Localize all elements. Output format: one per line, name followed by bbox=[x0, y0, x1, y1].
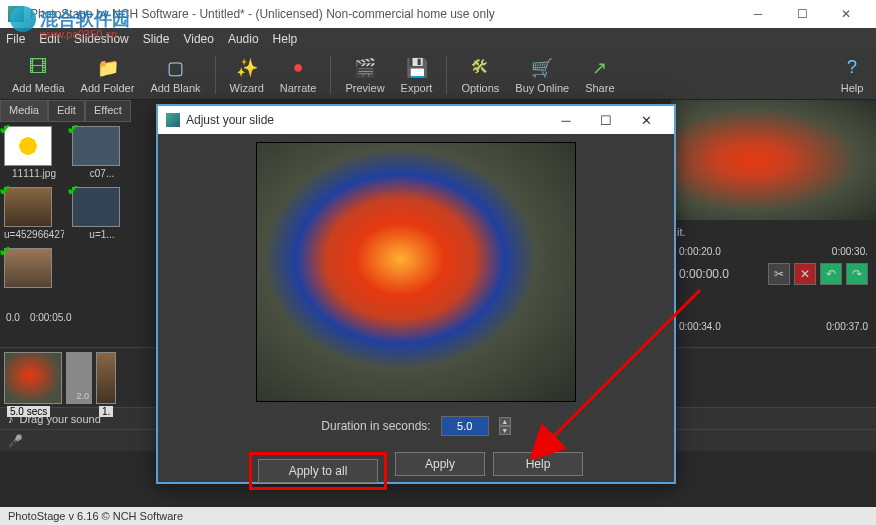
slide-preview-image bbox=[256, 142, 576, 402]
preview-time: 0:00:00.0 bbox=[679, 267, 729, 281]
main-toolbar: 🎞Add Media 📁Add Folder ▢Add Blank ✨Wizar… bbox=[0, 50, 876, 100]
menu-audio[interactable]: Audio bbox=[228, 32, 259, 46]
cart-icon: 🛒 bbox=[530, 56, 554, 80]
check-icon: ✔ bbox=[67, 182, 79, 198]
delete-button[interactable]: ✕ bbox=[794, 263, 816, 285]
close-button[interactable]: ✕ bbox=[824, 0, 868, 28]
duration-label: Duration in seconds: bbox=[321, 419, 430, 433]
preview-icon: 🎬 bbox=[353, 56, 377, 80]
menu-bar: File Edit Slideshow Slide Video Audio He… bbox=[0, 28, 876, 50]
timeline-ruler-right: 0:00:34.0 0:00:37.0 bbox=[671, 319, 876, 334]
wand-icon: ✨ bbox=[235, 56, 259, 80]
preview-button[interactable]: 🎬Preview bbox=[337, 54, 392, 96]
clip-duration-badge[interactable]: 5.0 secs bbox=[7, 406, 50, 417]
menu-file[interactable]: File bbox=[6, 32, 25, 46]
dialog-maximize-button[interactable]: ☐ bbox=[586, 107, 626, 133]
tab-edit[interactable]: Edit bbox=[48, 100, 85, 122]
check-icon: ✔ bbox=[67, 121, 79, 137]
check-icon: ✔ bbox=[0, 243, 11, 259]
menu-slide[interactable]: Slide bbox=[143, 32, 170, 46]
adjust-slide-dialog: Adjust your slide ─ ☐ ✕ Duration in seco… bbox=[156, 104, 676, 484]
menu-video[interactable]: Video bbox=[183, 32, 213, 46]
tools-icon: 🛠 bbox=[468, 56, 492, 80]
preview-ruler: 0:00:20.0 0:00:30. bbox=[671, 244, 876, 259]
media-thumb[interactable]: ✔u=1... bbox=[72, 187, 132, 240]
dialog-title: Adjust your slide bbox=[186, 113, 274, 127]
watermark-overlay: 混合软件园 www.pc0350.cn bbox=[10, 6, 130, 32]
undo-button[interactable]: ↶ bbox=[820, 263, 842, 285]
check-icon: ✔ bbox=[0, 121, 11, 137]
window-titlebar: PhotoStage by NCH Software - Untitled* -… bbox=[0, 0, 876, 28]
tab-media[interactable]: Media bbox=[0, 100, 48, 122]
dialog-titlebar: Adjust your slide ─ ☐ ✕ bbox=[158, 106, 674, 134]
media-thumbnails: ✔11111.jpg ✔c07... ✔u=452966427,384... ✔… bbox=[0, 122, 155, 294]
help-button[interactable]: ?Help bbox=[832, 54, 872, 96]
undo-icon: ↶ bbox=[826, 267, 836, 281]
preview-hint: it. bbox=[671, 220, 876, 244]
add-folder-button[interactable]: 📁Add Folder bbox=[73, 54, 143, 96]
duration-spinner[interactable]: ▲ ▼ bbox=[499, 417, 511, 435]
scissors-icon: ✂ bbox=[774, 267, 784, 281]
dialog-close-button[interactable]: ✕ bbox=[626, 107, 666, 133]
maximize-button[interactable]: ☐ bbox=[780, 0, 824, 28]
preview-image bbox=[671, 100, 876, 220]
media-thumb[interactable]: ✔11111.jpg bbox=[4, 126, 64, 179]
timeline-clip[interactable]: 1. bbox=[96, 352, 116, 404]
check-icon: ✔ bbox=[0, 182, 11, 198]
media-thumb[interactable]: ✔c07... bbox=[72, 126, 132, 179]
media-thumb[interactable]: ✔u=452966427,384... bbox=[4, 187, 64, 240]
duration-input[interactable] bbox=[441, 416, 489, 436]
export-icon: 💾 bbox=[405, 56, 429, 80]
media-timebar: 0.0 0:00:05.0 bbox=[0, 307, 130, 327]
export-button[interactable]: 💾Export bbox=[393, 54, 441, 96]
window-title: PhotoStage by NCH Software - Untitled* -… bbox=[30, 7, 736, 21]
add-media-button[interactable]: 🎞Add Media bbox=[4, 54, 73, 96]
status-bar: PhotoStage v 6.16 © NCH Software bbox=[0, 507, 876, 525]
dialog-minimize-button[interactable]: ─ bbox=[546, 107, 586, 133]
dialog-help-button[interactable]: Help bbox=[493, 452, 583, 476]
options-button[interactable]: 🛠Options bbox=[453, 54, 507, 96]
spinner-up-icon[interactable]: ▲ bbox=[499, 417, 511, 426]
dialog-icon bbox=[166, 113, 180, 127]
clip-label: 1. bbox=[99, 406, 113, 417]
blank-plus-icon: ▢ bbox=[163, 56, 187, 80]
redo-icon: ↷ bbox=[852, 267, 862, 281]
cut-button[interactable]: ✂ bbox=[768, 263, 790, 285]
minimize-button[interactable]: ─ bbox=[736, 0, 780, 28]
share-icon: ↗ bbox=[588, 56, 612, 80]
apply-button[interactable]: Apply bbox=[395, 452, 485, 476]
redo-button[interactable]: ↷ bbox=[846, 263, 868, 285]
apply-to-all-button[interactable]: Apply to all bbox=[258, 459, 378, 483]
record-icon: ● bbox=[286, 56, 310, 80]
spinner-down-icon[interactable]: ▼ bbox=[499, 426, 511, 435]
preview-panel: it. 0:00:20.0 0:00:30. 0:00:00.0 ✂ ✕ ↶ ↷… bbox=[671, 100, 876, 340]
transition-clip[interactable]: 2.0 bbox=[66, 352, 92, 404]
media-thumb[interactable]: ✔ bbox=[4, 248, 64, 290]
microphone-icon: 🎤 bbox=[8, 434, 23, 448]
film-plus-icon: 🎞 bbox=[26, 56, 50, 80]
buy-online-button[interactable]: 🛒Buy Online bbox=[507, 54, 577, 96]
menu-help[interactable]: Help bbox=[273, 32, 298, 46]
add-blank-button[interactable]: ▢Add Blank bbox=[142, 54, 208, 96]
wizard-button[interactable]: ✨Wizard bbox=[222, 54, 272, 96]
folder-plus-icon: 📁 bbox=[96, 56, 120, 80]
x-icon: ✕ bbox=[800, 267, 810, 281]
help-icon: ? bbox=[840, 56, 864, 80]
tab-effects[interactable]: Effect bbox=[85, 100, 131, 122]
share-button[interactable]: ↗Share bbox=[577, 54, 622, 96]
narrate-button[interactable]: ●Narrate bbox=[272, 54, 325, 96]
timeline-clip[interactable]: 5.0 secs bbox=[4, 352, 62, 404]
